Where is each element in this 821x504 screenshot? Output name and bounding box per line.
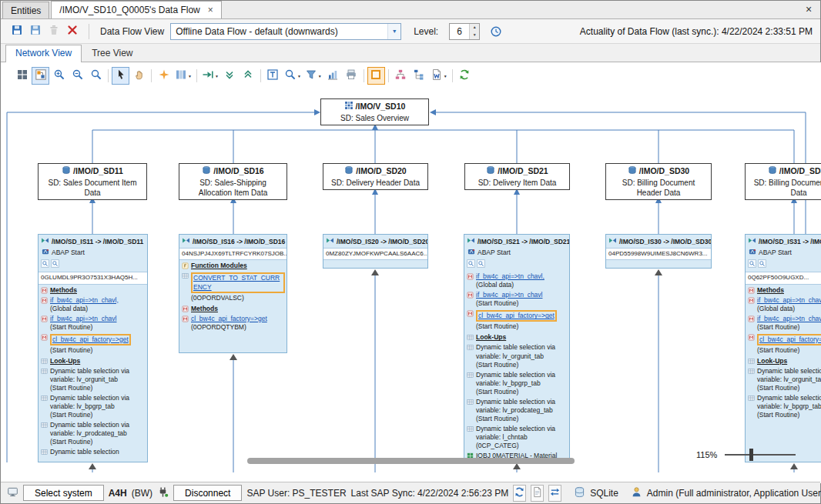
level-up-icon[interactable]: ▲ — [470, 24, 479, 32]
node-v-sd10[interactable]: /IMO/V_SD10SD: Sales Overview — [320, 98, 429, 125]
fit-node-button[interactable]: ▼ — [200, 67, 220, 85]
method-icon — [467, 310, 474, 317]
routine-type-label: ABAP Start — [759, 249, 792, 257]
save-button[interactable] — [8, 23, 25, 40]
method-link[interactable]: if_bw4c_api=>tn_chavl, — [476, 272, 545, 280]
zoom-slider-handle[interactable] — [749, 449, 753, 461]
detail-text: Dynamic table selection via variable: lv… — [50, 367, 129, 383]
orgchart-button[interactable] — [392, 67, 410, 85]
clock-icon[interactable] — [488, 23, 504, 40]
export-log-button[interactable] — [531, 485, 544, 502]
refresh-sync-button[interactable] — [513, 485, 526, 502]
node-d-sd31[interactable]: /IMO/D_SD31SD: Billing Document ItemData — [745, 163, 821, 200]
toolbar-separator — [89, 24, 89, 39]
method-link[interactable]: cl_bw4c_api_factory=>get — [52, 335, 129, 343]
preview-target-icon[interactable] — [51, 259, 59, 270]
discard-button[interactable] — [64, 23, 81, 40]
transformation-icon — [182, 236, 190, 247]
collapse-all-button[interactable] — [221, 67, 239, 85]
method-link[interactable]: if_bw4c_api=>tn_chavl, — [50, 296, 119, 304]
method-link-row[interactable]: if_bw4c_api=>tn_chavl(Start Routine) — [746, 314, 821, 332]
window-close-icon[interactable]: × — [802, 3, 816, 17]
zoom-actual-button[interactable] — [87, 67, 105, 85]
graph-toolbar: ▼▼▼▼▼ — [13, 67, 474, 85]
transformation-tr-sd30[interactable]: /IMO/SD_IS30 -> /IMO/D_SD3004PD55998W9UI… — [605, 234, 712, 269]
method-link[interactable]: cl_bw4c_api_factory=>get — [191, 315, 267, 322]
method-link[interactable]: cl_bw4c_api_factory=>get — [478, 312, 555, 319]
diagram-canvas[interactable]: ▼▼▼▼▼ /IMO/V_SD10SD: Sales Overview/IMO/… — [1, 62, 821, 483]
tab-tree-view[interactable]: Tree View — [82, 45, 142, 62]
node-subtitle: SD: Sales Document Item — [39, 178, 146, 188]
sync-button[interactable] — [456, 67, 474, 85]
person-icon — [631, 486, 642, 500]
transformation-tr-sd16[interactable]: /IMO/SD_IS16 -> /IMO/D_SD1604NSJPJ4JX69T… — [179, 234, 287, 353]
level-spinner[interactable]: 6 ▲ ▼ — [449, 23, 480, 40]
method-link-row[interactable]: if_bw4c_api=>tn_chavl,(Global data) — [464, 272, 569, 290]
preview-source-icon[interactable] — [467, 259, 475, 270]
method-link[interactable]: if_bw4c_api=>tn_chavl — [476, 291, 542, 299]
select-cursor-button[interactable] — [112, 67, 129, 85]
word-export-button[interactable]: ▼ — [429, 67, 449, 85]
method-link-row[interactable]: CONVERT_TO_STAT_CURRENCY(0OPORDVALSC) — [179, 271, 287, 302]
dropdown-caret-icon: ▼ — [297, 74, 301, 78]
tab-network-view[interactable]: Network View — [5, 45, 82, 62]
node-d-sd16[interactable]: /IMO/D_SD16SD: Sales-ShippingAllocation … — [179, 163, 287, 200]
method-link[interactable]: if_bw4c_api=>tn_chavl — [757, 315, 821, 322]
method-link-row[interactable]: if_bw4c_api=>tn_chavl,(Global data) — [39, 295, 147, 314]
select-system-button[interactable]: Select system — [23, 485, 104, 501]
method-link-row[interactable]: if_bw4c_api=>tn_chavl,(Global data) — [746, 295, 821, 314]
method-link-row[interactable]: cl_bw4c_api_factory=>get(0OPORDQTYBM) — [179, 314, 287, 332]
text-tool-button[interactable] — [264, 67, 282, 85]
printer-button[interactable] — [343, 67, 360, 85]
preview-target-icon[interactable] — [477, 259, 485, 270]
detail-text: Dynamic table selection via variable: lv… — [50, 394, 129, 410]
transformation-tr-sd20[interactable]: /IMO/SD_IS20 -> /IMO/D_SD200MZ80ZYJMOFKW… — [323, 234, 428, 269]
toolbar-separator — [258, 67, 263, 85]
method-link-row[interactable]: cl_bw4c_api_factory=>get(Start Routine) — [746, 332, 821, 355]
pan-hand-button[interactable] — [130, 67, 148, 85]
method-link-row[interactable]: cl_bw4c_api_factory=>get(Start Routine) — [464, 309, 569, 332]
node-d-sd21[interactable]: /IMO/D_SD21SD: Delivery Item Data — [464, 163, 570, 190]
node-d-sd30[interactable]: /IMO/D_SD30SD: Billing DocumentHeader Da… — [605, 163, 712, 200]
chart-button[interactable] — [324, 67, 342, 85]
method-link-row[interactable]: if_bw4c_api=>tn_chavl(Start Routine) — [464, 290, 569, 309]
method-link[interactable]: cl_bw4c_api_factory=>get — [759, 335, 821, 343]
save-all-button[interactable] — [27, 23, 44, 40]
method-link-row[interactable]: if_bw4c_api=>tn_chavl(Start Routine) — [39, 314, 147, 332]
highlight-frame-button[interactable] — [367, 67, 385, 85]
data-flow-view-select[interactable]: Offline Data Flow - default (downwards) … — [170, 23, 401, 40]
hierarchy-button[interactable] — [410, 67, 428, 85]
transformation-tr-sd11[interactable]: /IMO/SD_IS11 -> /IMO/D_SD11ABAP Start0GL… — [38, 234, 148, 462]
disconnect-button[interactable]: Disconnect — [173, 485, 242, 501]
detail-row: Dynamic table selection via variable: lv… — [464, 370, 569, 397]
tab-entities[interactable]: Entities — [2, 2, 49, 18]
preview-source-icon[interactable] — [748, 259, 756, 270]
transformation-tr-sd21[interactable]: /IMO/SD_IS21 -> /IMO/D_SD21ABAP Startif_… — [464, 234, 570, 462]
filter-button[interactable]: ▼ — [303, 67, 323, 85]
tab-dataflow[interactable]: /IMO/V_SD10_Q0005's Data Flow × — [51, 1, 221, 18]
zoom-out-button[interactable] — [69, 67, 86, 85]
combo-caret-icon[interactable]: ▼ — [387, 24, 400, 39]
section-header-row: Look-Ups — [746, 355, 821, 366]
node-d-sd20[interactable]: /IMO/D_SD20SD: Delivery Header Data — [323, 163, 428, 190]
horizontal-scrollbar[interactable] — [247, 458, 575, 464]
magic-layout-button[interactable] — [155, 67, 173, 85]
layout-button[interactable] — [32, 67, 49, 85]
method-link-row[interactable]: cl_bw4c_api_factory=>get(Start Routine) — [39, 332, 147, 355]
method-link[interactable]: if_bw4c_api=>tn_chavl — [50, 315, 116, 322]
columns-button[interactable]: ▼ — [173, 67, 193, 85]
expand-all-button[interactable] — [240, 67, 257, 85]
preview-target-icon[interactable] — [758, 259, 766, 270]
preview-source-icon[interactable] — [41, 259, 49, 270]
search-button[interactable]: ▼ — [283, 67, 303, 85]
level-down-icon[interactable]: ▼ — [470, 32, 479, 39]
transfer-button[interactable] — [548, 485, 561, 502]
method-link[interactable]: CONVERT_TO_STAT_CURRENCY — [193, 274, 280, 290]
method-link[interactable]: if_bw4c_api=>tn_chavl, — [757, 296, 821, 304]
zoom-slider[interactable] — [725, 454, 796, 456]
transformation-tr-sd31[interactable]: /IMO/SD_IS31 -> /IMO/D_SD31ABAP Start0Q6… — [745, 234, 821, 462]
tab-close-icon[interactable]: × — [208, 5, 213, 15]
node-d-sd11[interactable]: /IMO/D_SD11SD: Sales Document ItemData — [38, 163, 147, 200]
zoom-in-button[interactable] — [50, 67, 68, 85]
grid-button[interactable] — [13, 67, 31, 85]
